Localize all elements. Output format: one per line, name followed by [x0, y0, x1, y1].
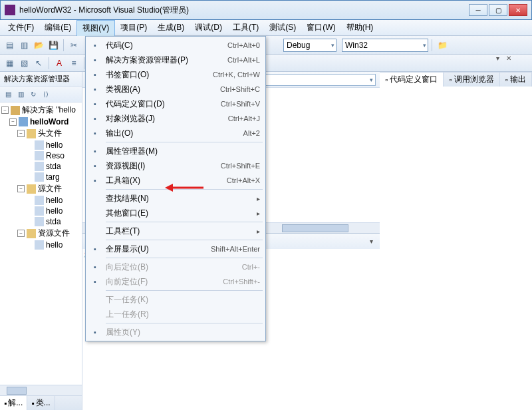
- horizontal-scrollbar[interactable]: [0, 385, 82, 395]
- file-icon: [35, 140, 44, 150]
- collapse-icon[interactable]: −: [9, 118, 17, 126]
- scrollbar-thumb[interactable]: [7, 387, 27, 395]
- tree-node[interactable]: hello: [1, 140, 80, 150]
- collapse-icon[interactable]: −: [17, 130, 25, 137]
- maximize-button[interactable]: ▢: [489, 4, 507, 16]
- output-icon: ▪: [88, 126, 102, 140]
- menu-item-label: 向前定位(F): [106, 276, 223, 288]
- menu-item-shortcut: Alt+2: [243, 129, 260, 137]
- solution-tree[interactable]: −解决方案 "hello−helloWord−头文件helloResostdat…: [0, 102, 82, 385]
- blank-icon: [88, 224, 102, 238]
- tab-label: 类...: [36, 397, 51, 409]
- collapse-icon[interactable]: −: [17, 185, 25, 192]
- collapse-icon[interactable]: −: [17, 230, 25, 237]
- class-icon: ▪: [88, 83, 102, 96]
- file-icon: [27, 229, 36, 238]
- view-menu-item[interactable]: ▪工具箱(X)Ctrl+Alt+X: [87, 173, 264, 188]
- blank-icon: [88, 206, 102, 220]
- menu-文件(F)[interactable]: 文件(F): [3, 20, 39, 35]
- tree-node[interactable]: −头文件: [1, 127, 80, 140]
- navfw-icon: ▪: [88, 275, 102, 288]
- view-menu-item[interactable]: ▪属性管理器(M): [87, 144, 264, 158]
- view-menu-item[interactable]: ▪对象浏览器(J)Ctrl+Alt+J: [87, 111, 264, 126]
- properties-icon[interactable]: ▤: [2, 89, 14, 101]
- view-menu-item[interactable]: 其他窗口(E): [87, 206, 264, 220]
- show-all-icon[interactable]: ▥: [15, 89, 27, 101]
- view-menu-item[interactable]: ▪输出(O)Alt+2: [87, 126, 264, 140]
- close-button[interactable]: ✕: [509, 4, 527, 16]
- titlebar: helloWordW32 - Microsoft Visual Studio(管…: [0, 0, 532, 20]
- tree-node[interactable]: hello: [1, 206, 80, 216]
- view-menu-item[interactable]: ▪资源视图(I)Ctrl+Shift+E: [87, 158, 264, 173]
- view-menu-item[interactable]: ▪代码定义窗口(D)Ctrl+Shift+V: [87, 97, 264, 111]
- new-project-icon[interactable]: ▤: [3, 39, 16, 52]
- tree-node[interactable]: −helloWord: [1, 116, 80, 127]
- file-icon: [27, 184, 36, 194]
- menu-item-shortcut: Ctrl+-: [242, 263, 260, 271]
- left-tab[interactable]: ▪解...: [0, 396, 27, 410]
- tree-node[interactable]: Reso: [1, 150, 80, 161]
- close-tab-icon[interactable]: ✕: [504, 53, 513, 63]
- tree-node[interactable]: targ: [1, 172, 80, 182]
- save-icon[interactable]: 💾: [47, 39, 60, 52]
- open-icon[interactable]: 📂: [32, 39, 45, 52]
- menu-帮助(H)[interactable]: 帮助(H): [341, 20, 379, 35]
- menubar: 文件(F)编辑(E)视图(V)项目(P)生成(B)调试(D)工具(T)测试(S)…: [0, 20, 532, 36]
- bottom-tab[interactable]: ▫代码定义窗口: [380, 73, 444, 87]
- menu-工具(T)[interactable]: 工具(T): [227, 20, 264, 35]
- config-dropdown[interactable]: Debug: [283, 39, 336, 52]
- add-item-icon[interactable]: ▥: [17, 39, 31, 52]
- view-menu-item[interactable]: ▪代码(C)Ctrl+Alt+0: [87, 38, 264, 53]
- view-menu-item[interactable]: 工具栏(T): [87, 224, 264, 238]
- separator: [84, 57, 84, 69]
- bottom-tab[interactable]: ▫输出: [500, 73, 532, 87]
- toolbox-icon[interactable]: ▦: [3, 57, 16, 70]
- menu-编辑(E)[interactable]: 编辑(E): [39, 20, 76, 35]
- cut-icon[interactable]: ✂: [67, 39, 80, 52]
- file-icon: [35, 217, 44, 226]
- tree-node[interactable]: hello: [1, 240, 80, 250]
- tree-node[interactable]: −资源文件: [1, 227, 80, 240]
- bottom-tab[interactable]: ▫调用浏览器: [444, 73, 499, 87]
- platform-dropdown[interactable]: Win32: [342, 39, 428, 52]
- dropdown-icon[interactable]: ▾: [493, 53, 502, 63]
- menu-item-label: 属性页(Y): [106, 327, 260, 338]
- view-menu-item[interactable]: 查找结果(N): [87, 191, 264, 206]
- menu-窗口(W)[interactable]: 窗口(W): [301, 20, 340, 35]
- scrollbar-thumb[interactable]: [282, 224, 348, 232]
- view-menu-item[interactable]: ▪解决方案资源管理器(P)Ctrl+Alt+L: [87, 53, 264, 67]
- codedef-icon: ▪: [88, 97, 102, 110]
- menu-项目(P)[interactable]: 项目(P): [115, 20, 152, 35]
- fullscreen-icon: ▪: [88, 242, 102, 256]
- menu-item-label: 类视图(A): [106, 84, 220, 95]
- tree-node[interactable]: stda: [1, 216, 80, 227]
- view-code-icon[interactable]: ⟨⟩: [40, 89, 52, 101]
- tree-node[interactable]: stda: [1, 161, 80, 172]
- menu-生成(B)[interactable]: 生成(B): [152, 20, 190, 35]
- view-menu-item[interactable]: ▪全屏显示(U)Shift+Alt+Enter: [87, 242, 264, 256]
- tab-label: 代码定义窗口: [390, 74, 438, 85]
- view-menu-item[interactable]: ▪书签窗口(O)Ctrl+K, Ctrl+W: [87, 67, 264, 82]
- tree-node[interactable]: −源文件: [1, 182, 80, 195]
- view-menu-dropdown[interactable]: ▪代码(C)Ctrl+Alt+0▪解决方案资源管理器(P)Ctrl+Alt+L▪…: [85, 36, 266, 341]
- dropdown-icon[interactable]: ▾: [366, 237, 376, 246]
- minimize-button[interactable]: ─: [469, 4, 487, 16]
- menu-item-label: 对象浏览器(J): [106, 113, 228, 124]
- menu-视图(V)[interactable]: 视图(V): [76, 20, 115, 36]
- bookmark-icon: ▪: [88, 68, 102, 81]
- collapse-icon[interactable]: −: [1, 106, 9, 114]
- text-A-icon[interactable]: A: [53, 57, 66, 70]
- tree-node[interactable]: −解决方案 "hello: [1, 104, 80, 116]
- pointer-icon[interactable]: ↖: [32, 57, 45, 70]
- menu-测试(S)[interactable]: 测试(S): [264, 20, 301, 35]
- left-tab[interactable]: ▪类...: [27, 396, 55, 410]
- tool2-icon[interactable]: ▧: [17, 57, 31, 70]
- tool3-icon[interactable]: ≡: [67, 57, 80, 70]
- refresh-icon[interactable]: ↻: [27, 89, 39, 101]
- menu-separator: [106, 189, 263, 190]
- tree-node[interactable]: hello: [1, 195, 80, 206]
- solution-explorer-toolbar: ▤ ▥ ↻ ⟨⟩: [0, 87, 82, 102]
- view-menu-item[interactable]: ▪类视图(A)Ctrl+Shift+C: [87, 82, 264, 97]
- menu-调试(D)[interactable]: 调试(D): [190, 20, 227, 35]
- find-icon[interactable]: 📁: [436, 39, 449, 52]
